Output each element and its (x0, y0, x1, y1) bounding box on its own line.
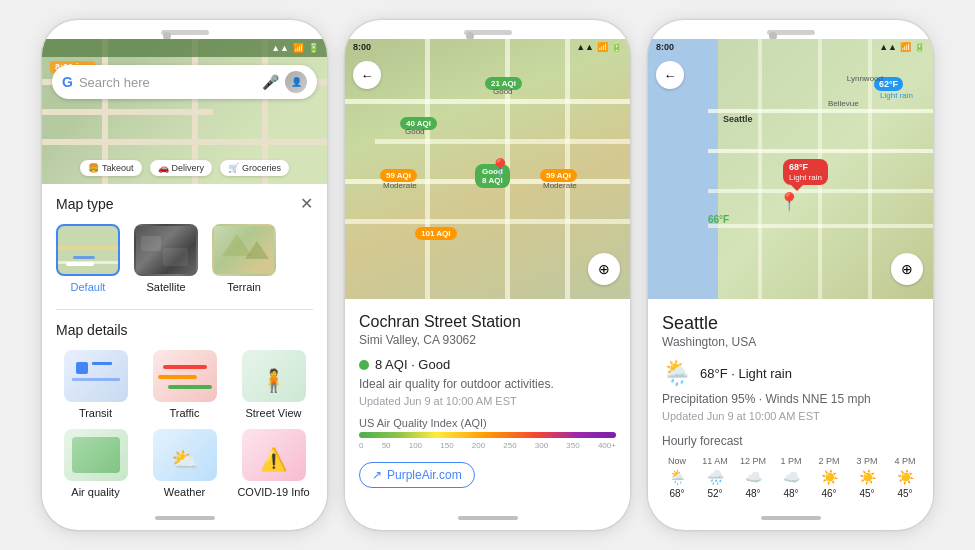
hourly-12pm: 12 PM ☁️ 48° (738, 456, 768, 499)
hourly-2pm: 2 PM ☀️ 46° (814, 456, 844, 499)
wifi-icon: 📶 (597, 42, 608, 52)
hourly-icon-12pm: ☁️ (745, 469, 762, 485)
map-type-terrain[interactable]: Terrain (212, 224, 276, 293)
hourly-time-1pm: 1 PM (780, 456, 801, 466)
city-location: Washington, USA (662, 335, 919, 349)
aqi-bubble-101: 101 AQI (415, 227, 457, 240)
detail-transit[interactable]: Transit (56, 350, 135, 419)
map-pin: 📍 (489, 157, 511, 179)
tick-100: 100 (409, 441, 422, 450)
default-label: Default (71, 281, 106, 293)
close-button[interactable]: ✕ (300, 196, 313, 212)
mic-icon[interactable]: 🎤 (262, 74, 279, 90)
airquality-label: Air quality (71, 486, 119, 498)
map-status-bar: ▲▲ 📶 🔋 (42, 39, 327, 57)
right-locate-button[interactable]: ⊕ (891, 253, 923, 285)
panel-title: Map type (56, 196, 114, 212)
hourly-11am: 11 AM 🌧️ 52° (700, 456, 730, 499)
precipitation-wind: Precipitation 95% · Winds NNE 15 mph (662, 392, 919, 406)
purpleair-link[interactable]: ↗ PurpleAir.com (359, 462, 475, 488)
hourly-time-now: Now (668, 456, 686, 466)
hourly-icon-2pm: ☀️ (821, 469, 838, 485)
category-takeout[interactable]: 🍔 Takeout (80, 160, 142, 176)
detail-weather[interactable]: ⛅ Weather (145, 429, 224, 498)
aqi-bar-ticks: 0 50 100 150 200 250 300 350 400+ (359, 441, 616, 450)
aqi-status: 8 AQI · Good (359, 357, 616, 372)
detail-covid[interactable]: ⚠️ COVID-19 Info (234, 429, 313, 498)
left-phone-top-bar (42, 20, 327, 39)
tick-0: 0 (359, 441, 363, 450)
locate-button[interactable]: ⊕ (588, 253, 620, 285)
seattle-label: Seattle (723, 114, 753, 124)
right-phone: 8:00 ▲▲ 📶 🔋 ← 62°F Light rain 68°FLight … (648, 20, 933, 530)
right-phone-screen: 8:00 ▲▲ 📶 🔋 ← 62°F Light rain 68°FLight … (648, 39, 933, 508)
center-phone-top-bar (345, 20, 630, 39)
signal-icon: ▲▲ (879, 42, 897, 52)
default-thumb (56, 224, 120, 276)
hourly-time-12pm: 12 PM (740, 456, 766, 466)
hourly-temp-12pm: 48° (745, 488, 760, 499)
map-type-options: Default Satellite Te (56, 224, 313, 293)
map-type-satellite[interactable]: Satellite (134, 224, 198, 293)
time-display: 8:00 (656, 42, 674, 52)
right-back-button[interactable]: ← (656, 61, 684, 89)
hourly-temp-4pm: 45° (897, 488, 912, 499)
center-phone-screen: 8:00 ▲▲ 📶 🔋 ← 21 AQI Good 40 AQI Good 59… (345, 39, 630, 508)
category-groceries[interactable]: 🛒 Groceries (220, 160, 289, 176)
center-status-bar: 8:00 ▲▲ 📶 🔋 (345, 39, 630, 55)
aqi-label-good1: Good (493, 87, 513, 96)
covid-label: COVID-19 Info (237, 486, 309, 498)
map-categories: 🍔 Takeout 🚗 Delivery 🛒 Groceries (42, 160, 327, 176)
search-bar[interactable]: G Search here 🎤 👤 (52, 65, 317, 99)
hourly-time-11am: 11 AM (702, 456, 728, 466)
hourly-temp-2pm: 46° (821, 488, 836, 499)
airquality-thumb (64, 429, 128, 481)
weather-label: Weather (164, 486, 205, 498)
seattle-pin-container: 68°FLight rain (783, 159, 828, 191)
right-map: 8:00 ▲▲ 📶 🔋 ← 62°F Light rain 68°FLight … (648, 39, 933, 299)
hourly-time-4pm: 4 PM (894, 456, 915, 466)
tick-50: 50 (382, 441, 391, 450)
search-placeholder[interactable]: Search here (79, 75, 256, 90)
signal-icon: ▲▲ (576, 42, 594, 52)
station-title: Cochran Street Station (359, 313, 616, 331)
battery-icon: 🔋 (914, 42, 925, 52)
wifi-icon: 📶 (293, 43, 304, 53)
detail-airquality[interactable]: Air quality (56, 429, 135, 498)
tick-250: 250 (503, 441, 516, 450)
detail-streetview[interactable]: 🧍 Street View (234, 350, 313, 419)
left-phone: ▲▲ 📶 🔋 8:00-ing G Search here 🎤 👤 🍔 Take… (42, 20, 327, 530)
divider (56, 309, 313, 310)
map-pin-right: 📍 (778, 191, 800, 213)
aqi-description: Ideal air quality for outdoor activities… (359, 377, 616, 391)
hourly-icon-4pm: ☀️ (897, 469, 914, 485)
transit-thumb (64, 350, 128, 402)
center-map: 8:00 ▲▲ 📶 🔋 ← 21 AQI Good 40 AQI Good 59… (345, 39, 630, 299)
weather-card: Seattle Washington, USA 🌦️ 68°F · Light … (648, 299, 933, 508)
hourly-time-3pm: 3 PM (856, 456, 877, 466)
google-logo: G (62, 74, 73, 90)
streetview-label: Street View (245, 407, 301, 419)
aqi-status-dot (359, 360, 369, 370)
home-bar (458, 516, 518, 520)
hourly-1pm: 1 PM ☁️ 48° (776, 456, 806, 499)
light-rain-label-top: Light rain (880, 91, 913, 100)
back-button[interactable]: ← (353, 61, 381, 89)
map-details-title: Map details (56, 322, 313, 338)
hourly-icon-3pm: ☀️ (859, 469, 876, 485)
weather-temp-description: 68°F · Light rain (700, 366, 792, 381)
map-preview: ▲▲ 📶 🔋 8:00-ing G Search here 🎤 👤 🍔 Take… (42, 39, 327, 184)
aqi-bar-label: US Air Quality Index (AQI) (359, 417, 616, 429)
link-label: PurpleAir.com (387, 468, 462, 482)
transit-label: Transit (79, 407, 112, 419)
hourly-temp-now: 68° (669, 488, 684, 499)
category-delivery[interactable]: 🚗 Delivery (150, 160, 213, 176)
hourly-icon-11am: 🌧️ (707, 469, 724, 485)
wifi-icon: 📶 (900, 42, 911, 52)
right-phone-top-bar (648, 20, 933, 39)
aqi-bar (359, 432, 616, 438)
map-type-default[interactable]: Default (56, 224, 120, 293)
user-avatar[interactable]: 👤 (285, 71, 307, 93)
station-subtitle: Simi Valley, CA 93062 (359, 333, 616, 347)
detail-traffic[interactable]: Traffic (145, 350, 224, 419)
